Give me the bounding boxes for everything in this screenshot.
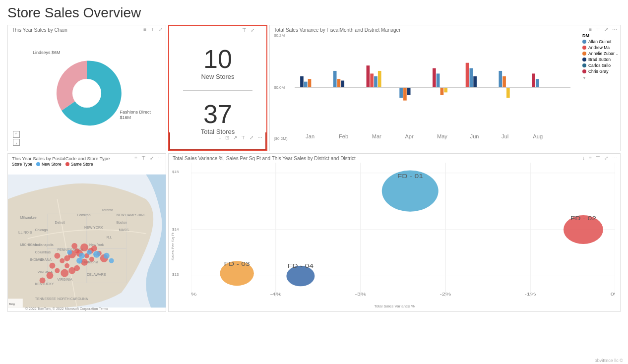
legend-label-3: Brad Sutton — [588, 57, 611, 62]
svg-text:-5%: -5% — [191, 292, 196, 297]
legend-dot-5 — [582, 69, 586, 73]
svg-text:0%: 0% — [611, 292, 615, 297]
kpi-expand-icon[interactable]: ⤢ — [250, 27, 255, 33]
svg-text:FD - 02: FD - 02 — [570, 215, 596, 221]
svg-text:NORTH CAROLINA: NORTH CAROLINA — [57, 297, 88, 301]
svg-rect-10 — [399, 87, 403, 98]
svg-text:Indianapolis: Indianapolis — [35, 243, 54, 247]
svg-rect-18 — [470, 68, 473, 87]
legend-scroll-down[interactable]: ▼ — [582, 76, 618, 80]
variance-expand-icon[interactable]: ⤢ — [603, 26, 609, 33]
svg-rect-4 — [337, 79, 341, 87]
svg-text:Toronto: Toronto — [102, 208, 113, 212]
svg-point-77 — [93, 251, 100, 258]
scatter-menu-icon[interactable]: ≡ — [588, 155, 593, 161]
new-stores-label: New Stores — [201, 73, 234, 80]
svg-text:VIRGINIA: VIRGINIA — [57, 278, 72, 281]
svg-rect-20 — [499, 71, 502, 87]
svg-point-85 — [61, 269, 68, 277]
svg-point-71 — [54, 253, 60, 259]
new-stores-value: 10 — [203, 46, 232, 72]
kpi-bt-more-icon[interactable]: ⋯ — [256, 134, 263, 141]
svg-rect-15 — [440, 87, 444, 95]
legend-item-1: Andrew Ma — [582, 45, 618, 50]
legend-title: DM — [582, 33, 618, 38]
legend-dot-2 — [582, 52, 586, 56]
svg-text:FD - 04: FD - 04 — [288, 263, 314, 269]
map-svg: Chicago Indianapolis Detroit Hamilton To… — [8, 171, 166, 311]
kpi-bottom-border: ↓ ⊡ ↗ ⊤ ⤢ ⋯ — [169, 132, 266, 150]
store-type-label: Store Type — [12, 162, 32, 167]
legend-label-2: Annelie Zubar .. — [588, 51, 618, 56]
variance-menu-icon[interactable]: ≡ — [588, 26, 593, 33]
kpi-bt-filter-icon[interactable]: ⊤ — [240, 134, 247, 141]
scatter-y-axis-label: Sales Per Sq Ft — [171, 233, 175, 260]
svg-text:MICHIGAN: MICHIGAN — [20, 243, 38, 246]
kpi-bt-up-icon[interactable]: ↓ — [218, 134, 222, 141]
kpi-bt-share-icon[interactable]: ↗ — [232, 134, 238, 141]
scatter-expand-icon[interactable]: ⤢ — [603, 155, 609, 161]
svg-text:New York: New York — [89, 243, 104, 246]
svg-rect-6 — [367, 65, 370, 87]
y-label-mid: $0.0M — [274, 85, 285, 89]
kpi-more2-icon[interactable]: ⋯ — [257, 27, 264, 33]
svg-text:NEW YORK: NEW YORK — [84, 226, 103, 229]
y-label-bot: ($0.2M) — [274, 136, 288, 141]
legend-label-1: Andrew Ma — [588, 45, 610, 50]
svg-text:Hamilton: Hamilton — [77, 213, 91, 217]
kpi-filter-icon[interactable]: ⊤ — [241, 27, 248, 33]
legend-dot-4 — [582, 63, 586, 67]
svg-text:NEW HAMPSHIRE: NEW HAMPSHIRE — [117, 213, 146, 217]
svg-point-80 — [67, 250, 72, 255]
kpi-bt-focus-icon[interactable]: ⊡ — [224, 134, 230, 141]
scatter-download-icon[interactable]: ↓ — [581, 155, 586, 161]
resize-down-btn[interactable]: ⌟ — [13, 139, 20, 146]
svg-rect-13 — [433, 68, 436, 87]
svg-text:-3%: -3% — [355, 292, 367, 297]
svg-text:R.I.: R.I. — [107, 236, 112, 239]
svg-rect-7 — [370, 73, 374, 87]
label-lindseys: Lindseys $6M — [33, 50, 61, 55]
panel-variance: Total Sales Variance by FiscalMonth and … — [269, 25, 621, 151]
svg-text:DELAWARE: DELAWARE — [87, 273, 106, 276]
resize-up-btn[interactable]: ⌜ — [13, 131, 20, 138]
svg-rect-14 — [437, 73, 440, 87]
svg-text:KENTUCKY: KENTUCKY — [35, 282, 54, 286]
svg-rect-0 — [300, 76, 304, 87]
svg-text:Jan: Jan — [306, 133, 314, 139]
y-axis-13: $13 — [172, 272, 179, 277]
svg-point-84 — [74, 265, 80, 271]
legend-dot-0 — [582, 40, 586, 44]
legend-item-2: Annelie Zubar .. — [582, 51, 618, 56]
kpi-container: 10 New Stores 37 Total Stores — [169, 26, 266, 150]
kpi-more-icon[interactable]: ⋯ — [232, 27, 239, 33]
svg-text:-2%: -2% — [440, 292, 451, 297]
zero-line — [295, 87, 570, 88]
svg-text:FD - 03: FD - 03 — [224, 261, 251, 267]
svg-point-60 — [80, 243, 88, 251]
legend-item-0: Allan Guinot — [582, 39, 618, 44]
svg-point-87 — [49, 263, 55, 269]
svg-text:Jul: Jul — [502, 133, 508, 139]
svg-point-67 — [64, 255, 70, 261]
scatter-more-icon[interactable]: ⋯ — [611, 155, 618, 161]
kpi-bt-expand-icon[interactable]: ⤢ — [249, 134, 254, 141]
svg-text:Boston: Boston — [117, 221, 127, 224]
variance-more-icon[interactable]: ⋯ — [611, 26, 618, 33]
svg-point-68 — [89, 257, 94, 262]
y-axis-14: $14 — [172, 227, 179, 232]
svg-point-88 — [47, 272, 54, 279]
svg-point-78 — [104, 253, 110, 259]
legend-item-4: Carlos Grilo — [582, 63, 618, 68]
variance-filter-icon[interactable]: ⊤ — [595, 26, 601, 33]
kpi-toolbar: ⋯ ⊤ ⤢ ⋯ — [232, 27, 264, 33]
svg-text:Apr: Apr — [405, 133, 414, 139]
variance-toolbar: ≡ ⊤ ⤢ ⋯ — [588, 26, 618, 33]
legend-new-store: New Store — [36, 162, 62, 167]
svg-point-76 — [87, 250, 92, 255]
resize-handle: ⌜ ⌟ — [13, 131, 20, 146]
svg-text:Chicago: Chicago — [35, 228, 48, 232]
scatter-filter-icon[interactable]: ⊤ — [595, 155, 601, 161]
svg-text:Columbus: Columbus — [35, 250, 51, 254]
variance-panel-title: Total Sales Variance by FiscalMonth and … — [270, 25, 404, 34]
